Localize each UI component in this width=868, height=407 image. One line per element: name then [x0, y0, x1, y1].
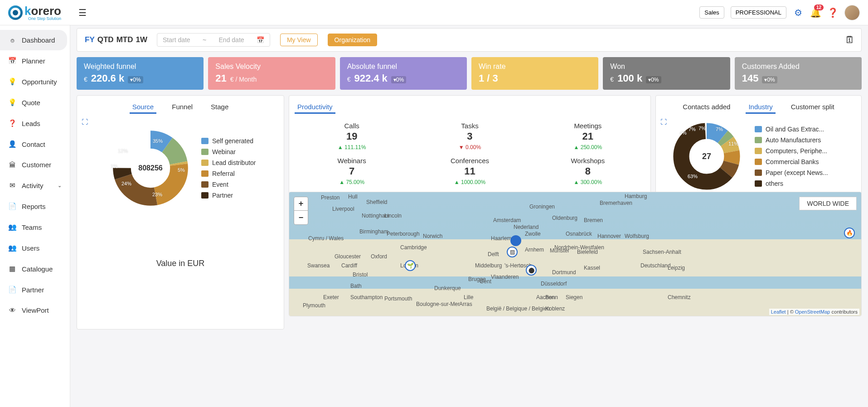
logo[interactable]: korero One Step Solution — [8, 4, 61, 21]
kpi-win-rate[interactable]: Win rate1 / 3 — [471, 57, 598, 90]
sidebar-item-reports[interactable]: 📄Reports — [0, 196, 70, 217]
tab-industry[interactable]: Industry — [746, 101, 775, 114]
kpi-value: 1 / 3 — [479, 73, 498, 84]
sidebar: ⌾Dashboard📅Planner💡Opportunity💡Quote❓Lea… — [0, 0, 70, 407]
map-city-label: Sachsen-Anhalt — [643, 249, 681, 255]
prod-value: 11 — [412, 165, 527, 177]
map-marker[interactable]: 🌱 — [405, 260, 416, 271]
map-city-label: Deutschland — [640, 262, 671, 269]
map-city-label: Gloucester — [335, 253, 361, 260]
kpi-sales-velocity[interactable]: Sales Velocity21€ / Month — [208, 57, 335, 90]
plan-button[interactable]: PROFESSIONAL — [731, 6, 786, 19]
organization-view-button[interactable]: Organization — [328, 34, 377, 46]
kpi-currency: € — [347, 76, 351, 83]
kpi-customers-added[interactable]: Customers Added145▾0% — [735, 57, 862, 90]
nav-icon: 👥 — [8, 244, 16, 252]
nav-icon: 👥 — [8, 223, 16, 231]
map-city-label: Zwolle — [525, 231, 541, 237]
map-marker[interactable]: 🔥 — [844, 228, 855, 238]
tab-productivity[interactable]: Productivity — [295, 101, 335, 114]
nav-label: Users — [22, 244, 39, 252]
zoom-in-button[interactable]: + — [294, 197, 308, 211]
period-1W[interactable]: 1W — [134, 34, 149, 45]
map-marker[interactable]: ▨ — [507, 247, 518, 257]
logo-text-accent: k — [24, 4, 31, 18]
period-FY[interactable]: FY — [83, 34, 96, 45]
kpi-value: 220.6 k — [91, 73, 124, 84]
sidebar-item-leads[interactable]: ❓Leads — [0, 113, 70, 134]
leaflet-link[interactable]: Leaflet — [771, 309, 786, 315]
settings-gear-icon[interactable]: ⚙ — [793, 7, 804, 18]
schedule-icon[interactable]: 🗓 — [845, 34, 855, 46]
tab-funnel[interactable]: Funnel — [169, 101, 195, 114]
nav-label: Teams — [22, 223, 42, 231]
map-city-label: Southampton — [350, 294, 383, 300]
sidebar-item-contact[interactable]: 👤Contact — [0, 134, 70, 155]
sidebar-toggle-icon[interactable]: ☰ — [78, 7, 87, 18]
zoom-out-button[interactable]: − — [294, 211, 308, 224]
sidebar-item-planner[interactable]: 📅Planner — [0, 50, 70, 71]
legend-swatch — [755, 137, 762, 143]
map-zoom-control: + − — [294, 197, 308, 225]
map-canvas[interactable]: PrestonHullSheffieldLiverpoolNottinghamL… — [289, 192, 861, 316]
tab-source[interactable]: Source — [130, 101, 157, 114]
sidebar-item-quote[interactable]: 💡Quote — [0, 92, 70, 113]
help-icon[interactable]: ❓ — [827, 7, 838, 18]
nav-icon: 👤 — [8, 140, 16, 148]
date-range-picker[interactable]: Start date ~ End date 📅 — [157, 33, 270, 47]
sidebar-item-opportunity[interactable]: 💡Opportunity — [0, 71, 70, 92]
prod-delta: ▲ 300.00% — [574, 179, 602, 185]
legend-swatch — [201, 170, 209, 177]
source-legend: Self generatedWebinarLead distributorRef… — [201, 137, 256, 199]
map-marker[interactable] — [510, 235, 521, 246]
tab-contacts-added[interactable]: Contacts added — [680, 101, 733, 114]
legend-label: Lead distributor — [212, 159, 256, 166]
user-avatar[interactable] — [844, 5, 860, 20]
nav-label: Planner — [22, 57, 45, 65]
sidebar-item-teams[interactable]: 👥Teams — [0, 217, 70, 237]
kpi-won[interactable]: Won€100 k▾0% — [603, 57, 730, 90]
prod-label: Conferences — [412, 157, 527, 165]
map-marker[interactable]: ⬤ — [526, 265, 537, 276]
notifications-bell-icon[interactable]: 🔔12 — [810, 7, 821, 18]
map-city-label: Bath — [350, 283, 362, 289]
map-city-label: Koblenz — [545, 305, 565, 312]
map-scope-tag[interactable]: WORLD WIDE — [799, 197, 857, 210]
sidebar-item-dashboard[interactable]: ⌾Dashboard — [0, 30, 67, 50]
sidebar-item-catalogue[interactable]: ▦Catalogue — [0, 258, 70, 279]
sidebar-item-users[interactable]: 👥Users — [0, 237, 70, 258]
kpi-value: 922.4 k — [354, 73, 387, 84]
legend-label: Auto Manufacturers — [766, 136, 821, 144]
map-city-label: Delft — [488, 251, 499, 257]
expand-icon[interactable]: ⛶ — [660, 118, 667, 126]
kpi-weighted-funnel[interactable]: Weighted funnel€220.6 k▾0% — [77, 57, 204, 90]
filter-toolbar: FYQTDMTD1W Start date ~ End date 📅 My Vi… — [77, 28, 862, 52]
nav-icon: 💡 — [8, 78, 16, 86]
prod-webinars: Webinars7▲ 75.00% — [295, 155, 409, 187]
source-donut-chart: 35% 12% 1% 24% 23% 5% 808256 — [110, 127, 191, 209]
sidebar-item-partner[interactable]: 📄Partner — [0, 279, 70, 300]
expand-icon[interactable]: ⛶ — [82, 118, 88, 126]
legend-swatch — [201, 138, 209, 144]
period-MTD[interactable]: MTD — [115, 34, 135, 45]
map-city-label: Groningen — [529, 204, 555, 210]
map-panel[interactable]: PrestonHullSheffieldLiverpoolNottinghamL… — [289, 192, 862, 316]
period-QTD[interactable]: QTD — [96, 34, 115, 45]
sidebar-item-customer[interactable]: 🏛Customer — [0, 155, 70, 175]
kpi-currency: € — [84, 76, 87, 83]
my-view-button[interactable]: My View — [280, 34, 318, 46]
sidebar-item-viewport[interactable]: 👁ViewPort — [0, 300, 70, 320]
prod-workshops: Workshops8▲ 300.00% — [531, 155, 645, 187]
sales-button[interactable]: Sales — [699, 6, 724, 19]
osm-link[interactable]: OpenStreetMap — [795, 309, 830, 315]
legend-item: Commercial Banks — [755, 158, 828, 165]
tab-stage[interactable]: Stage — [208, 101, 231, 114]
map-city-label: Peterborough — [387, 231, 420, 237]
nav-icon: 🏛 — [8, 161, 16, 169]
sidebar-item-activity[interactable]: ✉Activity⌄ — [0, 175, 70, 196]
prod-label: Webinars — [295, 157, 409, 165]
kpi-absolute-funnel[interactable]: Absolute funnel€922.4 k▾0% — [340, 57, 467, 90]
tab-customer-split[interactable]: Customer split — [788, 101, 837, 114]
map-city-label: Lincoln — [384, 213, 402, 219]
nav-icon: 📄 — [8, 202, 16, 210]
